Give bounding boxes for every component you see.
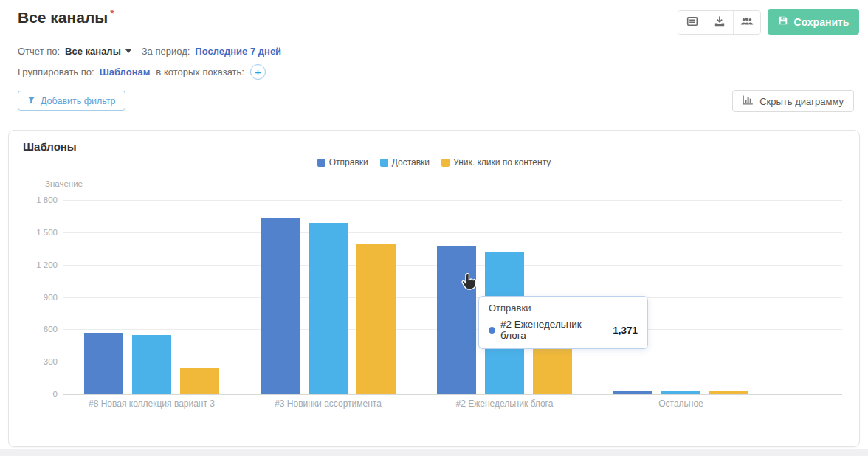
chart-tooltip: Отправки #2 Еженедельник блога 1,371 bbox=[478, 296, 648, 349]
tooltip-value: 1,371 bbox=[613, 325, 638, 336]
group-settings-row: Группировать по: Шаблонам в которых пока… bbox=[18, 64, 266, 80]
y-axis-tick-label: 300 bbox=[21, 356, 58, 367]
show-in-label: в которых показать: bbox=[156, 66, 244, 77]
report-page: Все каналы* Сохранить Отчет по: Все кана… bbox=[0, 0, 868, 456]
bar-group bbox=[240, 200, 416, 394]
y-axis-tick-label: 1 200 bbox=[21, 260, 58, 270]
group-by-link[interactable]: Шаблонам bbox=[100, 66, 151, 77]
table-icon bbox=[686, 15, 698, 30]
bar[interactable] bbox=[180, 368, 219, 394]
period-label: За период: bbox=[142, 46, 190, 57]
download-icon bbox=[714, 15, 726, 30]
group-by-label: Группировать по: bbox=[18, 66, 94, 77]
bar-chart-plot-area: 03006009001 2001 5001 800#8 Новая коллек… bbox=[63, 200, 842, 394]
x-axis-category-label: #3 Новинки ассортимента bbox=[240, 398, 416, 409]
legend-item-sends[interactable]: Отправки bbox=[317, 157, 368, 167]
report-by-label: Отчет по: bbox=[18, 46, 60, 57]
y-axis-tick-label: 1 500 bbox=[21, 227, 58, 238]
tooltip-row: #2 Еженедельник блога 1,371 bbox=[489, 319, 638, 341]
bar[interactable] bbox=[84, 333, 123, 394]
period-link[interactable]: Последние 7 дней bbox=[195, 46, 281, 57]
tooltip-series-dot-icon bbox=[489, 327, 495, 334]
save-icon bbox=[778, 15, 788, 28]
bar[interactable] bbox=[309, 223, 348, 394]
bar[interactable] bbox=[132, 335, 171, 394]
share-users-button[interactable] bbox=[733, 11, 760, 34]
header-icon-button-group bbox=[678, 10, 761, 35]
page-title-text: Все каналы bbox=[18, 9, 108, 26]
legend-label-sends: Отправки bbox=[329, 157, 368, 167]
legend-item-unique-clicks[interactable]: Уник. клики по контенту bbox=[441, 157, 551, 167]
page-title: Все каналы* bbox=[18, 7, 114, 27]
x-axis-category-label: Остальное bbox=[593, 398, 769, 409]
caret-down-icon bbox=[125, 49, 131, 53]
bar[interactable] bbox=[261, 218, 300, 394]
chart-legend: Отправки Доставки Уник. клики по контент… bbox=[9, 157, 859, 167]
filter-funnel-icon bbox=[27, 96, 35, 106]
add-filter-label: Добавить фильтр bbox=[41, 96, 116, 106]
hide-chart-label: Скрыть диаграмму bbox=[760, 96, 844, 107]
legend-swatch-sends bbox=[317, 159, 326, 167]
tooltip-category-label: #2 Еженедельник блога bbox=[500, 319, 607, 341]
legend-item-deliveries[interactable]: Доставки bbox=[380, 157, 430, 167]
table-view-button[interactable] bbox=[678, 11, 706, 34]
y-axis-tick-label: 600 bbox=[21, 324, 58, 334]
y-axis-tick-label: 1 800 bbox=[21, 195, 58, 205]
legend-swatch-unique-clicks bbox=[441, 159, 450, 167]
gridline bbox=[63, 394, 842, 395]
bar[interactable] bbox=[356, 244, 396, 394]
bar[interactable] bbox=[613, 391, 652, 394]
hide-chart-button[interactable]: Скрыть диаграмму bbox=[732, 90, 854, 112]
y-axis-tick-label: 900 bbox=[21, 292, 58, 303]
bar[interactable] bbox=[709, 391, 748, 394]
plus-icon: + bbox=[255, 66, 261, 78]
legend-label-unique-clicks: Уник. клики по контенту bbox=[453, 157, 551, 167]
users-icon bbox=[740, 16, 754, 29]
report-by-value: Все каналы bbox=[65, 46, 121, 57]
chart-card: Шаблоны Отправки Доставки Уник. клики по… bbox=[8, 130, 860, 447]
bar-group bbox=[63, 200, 240, 394]
bar[interactable] bbox=[661, 391, 700, 394]
download-button[interactable] bbox=[706, 11, 733, 34]
y-axis-tick-label: 0 bbox=[21, 389, 58, 399]
legend-swatch-deliveries bbox=[380, 159, 388, 167]
required-asterisk: * bbox=[110, 7, 114, 19]
legend-label-deliveries: Доставки bbox=[392, 157, 430, 167]
add-filter-button[interactable]: Добавить фильтр bbox=[18, 91, 125, 111]
tooltip-series-header: Отправки bbox=[489, 303, 638, 314]
y-axis-title: Значение bbox=[45, 179, 83, 188]
save-button[interactable]: Сохранить bbox=[768, 9, 859, 35]
x-axis-category-label: #2 Еженедельник блога bbox=[416, 398, 593, 409]
chart-card-title: Шаблоны bbox=[23, 140, 77, 153]
add-metric-button[interactable]: + bbox=[250, 64, 266, 80]
page-bottom-strip bbox=[0, 449, 868, 456]
x-axis-category-label: #8 Новая коллекция вариант 3 bbox=[63, 398, 240, 409]
bar[interactable] bbox=[437, 246, 476, 394]
report-settings-row: Отчет по: Все каналы За период: Последни… bbox=[18, 46, 281, 57]
report-by-dropdown[interactable]: Все каналы bbox=[65, 46, 131, 57]
bar-chart-icon bbox=[743, 95, 754, 108]
save-button-label: Сохранить bbox=[794, 16, 850, 28]
